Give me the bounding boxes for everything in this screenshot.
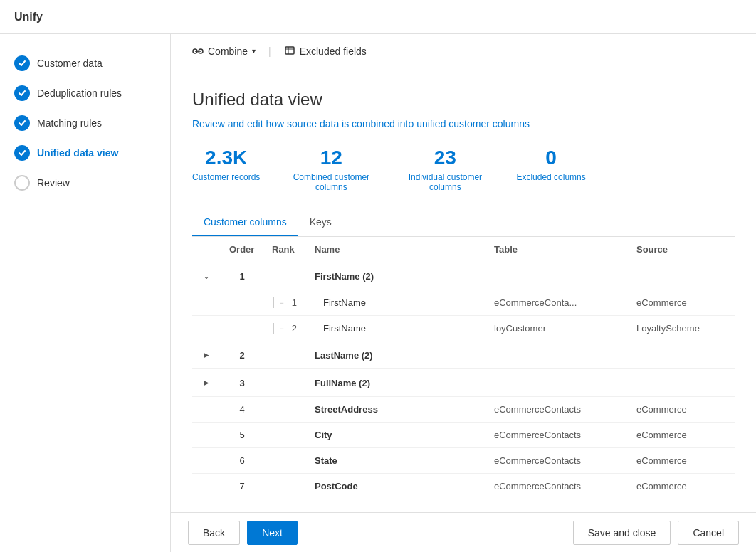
table-cell-1 bbox=[485, 262, 628, 290]
sidebar-item-unified-data-view[interactable]: Unified data view bbox=[0, 138, 170, 168]
table-cell-7: eCommerceContacts bbox=[485, 474, 628, 499]
combine-label: Combine bbox=[208, 46, 248, 57]
name-value-state: State bbox=[315, 455, 337, 466]
cancel-label: Cancel bbox=[693, 527, 724, 538]
name-cell-state: State bbox=[306, 448, 485, 474]
svg-rect-3 bbox=[285, 47, 294, 54]
table-cell-firstname-2: loyCustomer bbox=[485, 316, 628, 341]
sidebar-item-customer-data[interactable]: Customer data bbox=[0, 48, 170, 78]
table-row: 4 StreetAddress eCommerceContacts eComme… bbox=[192, 397, 735, 423]
stat-label-excluded-columns: Excluded columns bbox=[516, 172, 585, 182]
name-cell-firstname-1: FirstName bbox=[306, 290, 485, 316]
main-layout: Customer data Deduplication rules Matchi… bbox=[0, 34, 756, 552]
table-row: 7 PostCode eCommerceContacts eCommerce bbox=[192, 474, 735, 499]
save-close-button[interactable]: Save and close bbox=[573, 521, 671, 545]
stats-row: 2.3K Customer records 12 Combined custom… bbox=[192, 147, 735, 192]
rank-cell-sub1: └ 1 bbox=[263, 290, 306, 316]
chevron-right-icon: ► bbox=[202, 350, 211, 360]
col-header-rank-label: Rank bbox=[272, 244, 295, 255]
table-cell-3 bbox=[485, 369, 628, 397]
bottom-bar: Back Next Save and close Cancel bbox=[171, 512, 756, 552]
source-cell-7: eCommerce bbox=[628, 474, 735, 499]
name-value-street: StreetAddress bbox=[315, 404, 378, 415]
check-icon-matching-rules bbox=[14, 115, 30, 131]
order-cell-7: 7 bbox=[221, 474, 263, 499]
combine-button[interactable]: Combine ▾ bbox=[185, 41, 263, 61]
name-cell-firstname-group: FirstName (2) bbox=[306, 262, 485, 290]
source-cell-6: eCommerce bbox=[628, 448, 735, 474]
expand-cell-fullname: ► bbox=[192, 369, 221, 397]
tab-customer-columns-label: Customer columns bbox=[204, 216, 287, 228]
stat-value-excluded-columns: 0 bbox=[516, 147, 585, 169]
name-cell-fullname: FullName (2) bbox=[306, 369, 485, 397]
name-value-city: City bbox=[315, 430, 332, 440]
expand-cell-street bbox=[192, 397, 221, 423]
back-button[interactable]: Back bbox=[188, 521, 240, 545]
table-cell-4: eCommerceContacts bbox=[485, 397, 628, 423]
order-cell-6: 6 bbox=[221, 448, 263, 474]
next-button[interactable]: Next bbox=[247, 521, 298, 545]
page-content: Unified data view Review and edit how so… bbox=[171, 68, 756, 512]
table-cell-6: eCommerceContacts bbox=[485, 448, 628, 474]
excluded-fields-icon bbox=[284, 46, 295, 57]
name-cell-lastname: LastName (2) bbox=[306, 341, 485, 369]
expand-cell-state bbox=[192, 448, 221, 474]
table-row: └ 1 FirstName eCommerceContа... eCommerc… bbox=[192, 290, 735, 316]
rank-cell-sub2: └ 2 bbox=[263, 316, 306, 341]
table-row: ► 2 LastName (2) bbox=[192, 341, 735, 369]
source-cell-firstname-1: eCommerce bbox=[628, 290, 735, 316]
rank-cell-7 bbox=[263, 474, 306, 499]
sidebar-item-review[interactable]: Review bbox=[0, 168, 170, 198]
order-cell-2: 2 bbox=[221, 341, 263, 369]
combine-chevron-icon: ▾ bbox=[252, 47, 256, 55]
col-header-source-label: Source bbox=[636, 244, 668, 255]
save-close-label: Save and close bbox=[588, 527, 656, 538]
top-bar: Unify bbox=[0, 0, 756, 34]
col-header-expand bbox=[192, 237, 221, 262]
tab-keys[interactable]: Keys bbox=[298, 209, 343, 236]
col-header-name-label: Name bbox=[315, 244, 340, 255]
expand-cell-city bbox=[192, 423, 221, 448]
col-header-order-label: Order bbox=[229, 244, 254, 255]
table-row: ⌄ 1 FirstName (2) bbox=[192, 262, 735, 290]
sidebar-item-deduplication-rules[interactable]: Deduplication rules bbox=[0, 78, 170, 108]
source-cell-5: eCommerce bbox=[628, 423, 735, 448]
collapse-button-firstname[interactable]: ⌄ bbox=[201, 270, 211, 282]
order-cell-3: 3 bbox=[221, 369, 263, 397]
expand-button-lastname[interactable]: ► bbox=[201, 349, 212, 361]
sidebar-label-unified-data-view: Unified data view bbox=[37, 147, 118, 159]
rank-cell-1 bbox=[263, 262, 306, 290]
excluded-fields-label: Excluded fields bbox=[300, 46, 367, 57]
toolbar-divider: | bbox=[268, 46, 271, 57]
table-row: 5 City eCommerceContacts eCommerce bbox=[192, 423, 735, 448]
chevron-right-icon-2: ► bbox=[202, 378, 211, 388]
sidebar-label-customer-data: Customer data bbox=[37, 58, 103, 69]
name-cell-firstname-2: FirstName bbox=[306, 316, 485, 341]
expand-button-fullname[interactable]: ► bbox=[201, 376, 212, 389]
order-cell-4: 4 bbox=[221, 397, 263, 423]
stat-combined-columns: 12 Combined customer columns bbox=[288, 147, 374, 192]
bottom-right: Save and close Cancel bbox=[573, 521, 739, 545]
name-value-postcode: PostCode bbox=[315, 481, 358, 492]
excluded-fields-button[interactable]: Excluded fields bbox=[277, 41, 374, 61]
sidebar-item-matching-rules[interactable]: Matching rules bbox=[0, 108, 170, 138]
table-row: └ 2 FirstName loyCustomer LoyaltyScheme bbox=[192, 316, 735, 341]
stat-label-customer-records: Customer records bbox=[192, 172, 260, 182]
stat-label-individual-columns: Individual customer columns bbox=[402, 172, 488, 192]
stat-value-individual-columns: 23 bbox=[402, 147, 488, 169]
source-cell-3 bbox=[628, 369, 735, 397]
stat-excluded-columns: 0 Excluded columns bbox=[516, 147, 585, 192]
source-cell-2 bbox=[628, 341, 735, 369]
tab-customer-columns[interactable]: Customer columns bbox=[192, 209, 298, 236]
check-icon-unified-data-view bbox=[14, 145, 30, 161]
sidebar-label-review: Review bbox=[37, 177, 70, 189]
cancel-button[interactable]: Cancel bbox=[678, 521, 739, 545]
tab-keys-label: Keys bbox=[310, 216, 332, 228]
col-header-rank: Rank bbox=[263, 237, 306, 262]
stat-label-combined-columns: Combined customer columns bbox=[288, 172, 374, 192]
rank-cell-5 bbox=[263, 423, 306, 448]
col-header-order: Order bbox=[221, 237, 263, 262]
order-cell-sub1 bbox=[221, 290, 263, 316]
rank-value-sub2: 2 bbox=[292, 323, 297, 334]
table-cell-5: eCommerceContacts bbox=[485, 423, 628, 448]
